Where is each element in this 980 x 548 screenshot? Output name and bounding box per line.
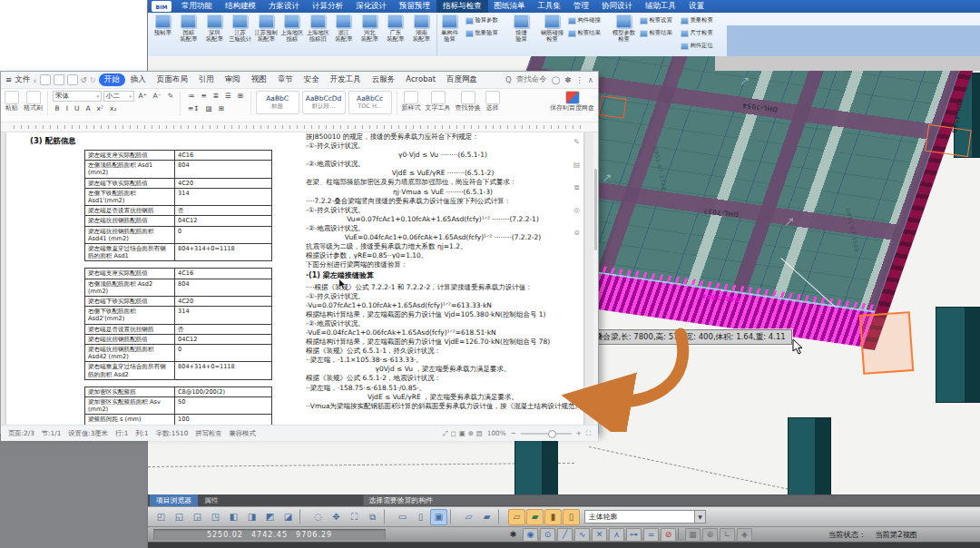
zoom-window-icon[interactable]: ⛶	[346, 509, 363, 525]
word-menu-tab[interactable]: 开始	[99, 73, 125, 86]
view-mode-icon[interactable]: ▤	[476, 429, 483, 437]
panel-tab[interactable]: 项目浏览器	[150, 494, 198, 506]
snap-angle-icon[interactable]: ⋏	[609, 528, 624, 542]
comment-icon[interactable]: ▤	[573, 161, 581, 169]
zoom-extents-icon[interactable]: ⧉	[364, 509, 381, 525]
display-mode-select[interactable]: 主体轮廓 ▼	[584, 510, 706, 524]
pan-icon[interactable]: ✥	[328, 509, 345, 525]
window-prev-icon[interactable]: ▭	[394, 509, 411, 525]
word-menu-tab[interactable]: 百度网盘	[441, 73, 483, 86]
snap-settings-gear-icon[interactable]: ✱	[505, 528, 521, 542]
preview-icon[interactable]	[67, 74, 78, 85]
snap-parallel-icon[interactable]: ≃	[643, 528, 659, 542]
shrink-font-button[interactable]: A⁻	[151, 91, 163, 102]
ribbon-tab[interactable]: 管理	[567, 0, 595, 13]
ribbon-small-button[interactable]: 批量验算	[466, 27, 506, 39]
ribbon-button[interactable]: 广东装配率	[383, 14, 409, 42]
column-3d[interactable]	[788, 417, 831, 494]
outline-icon[interactable]: ≣	[573, 183, 580, 191]
word-menu-tab[interactable]: 安全	[299, 73, 325, 86]
word-menu-tab[interactable]: Acrobat	[400, 73, 441, 86]
align-button[interactable]: ≔	[185, 91, 197, 102]
ribbon-tab[interactable]: 预留预埋	[393, 0, 436, 13]
chevron-down-icon[interactable]: ∨	[33, 77, 36, 83]
separator[interactable]	[384, 509, 391, 524]
shading-button[interactable]: ▨	[203, 103, 214, 114]
scrollbar-thumb[interactable]	[594, 169, 597, 250]
new-style-button[interactable]: 新样式	[402, 91, 421, 112]
view-mode-icon[interactable]: ⊕	[468, 429, 474, 437]
ribbon-tab[interactable]: 工具集	[532, 0, 568, 13]
align-button[interactable]: ≡	[199, 91, 209, 102]
ortho-toggle-icon[interactable]: ∟	[720, 528, 735, 542]
view-cube-sw-icon[interactable]: ◰	[152, 509, 170, 525]
view-front-icon[interactable]: ◧	[225, 509, 242, 525]
ribbon-small-button[interactable]: 尺寸检查	[681, 27, 721, 39]
ribbon-tab[interactable]: 辅助工具	[639, 0, 682, 13]
slab-display-toggle-icon[interactable]: ▱	[508, 509, 525, 525]
view-mode-icon[interactable]: ◻	[451, 429, 456, 437]
word-menu-tab[interactable]: 插入	[125, 73, 152, 86]
help-icon[interactable]: ◯	[552, 75, 561, 84]
snap-polyline-icon[interactable]: ∿	[574, 528, 590, 542]
ribbon-tab[interactable]: 常用功能	[175, 0, 219, 13]
separator[interactable]	[299, 509, 307, 524]
redo-icon[interactable]: ↻	[90, 75, 96, 84]
crosshair-toggle-icon[interactable]: ⊕	[702, 528, 718, 542]
select-button[interactable]: 选择	[485, 91, 500, 112]
ribbon-button[interactable]: 河北装配率	[357, 14, 383, 42]
ribbon-small-button[interactable]: 构件碰撞	[568, 15, 609, 26]
more-icon[interactable]: ⋮	[575, 75, 583, 84]
ribbon-small-button[interactable]: 重量检查	[681, 15, 721, 26]
ribbon-button[interactable]: 湖南装配率	[408, 14, 435, 42]
view-iso1-icon[interactable]: ◩	[261, 509, 279, 525]
find-replace-button[interactable]: 查找替换	[456, 91, 481, 112]
snap-line-icon[interactable]: ╱	[557, 528, 573, 542]
window-next-icon[interactable]: ▯	[412, 509, 429, 525]
joint-check-button[interactable]: 接缝验算	[506, 14, 537, 42]
settings-gear-icon[interactable]: ✽	[564, 75, 571, 84]
word-menu-tab[interactable]: 页面布局	[152, 73, 193, 86]
ribbon-small-button[interactable]: 构件定位	[681, 40, 721, 52]
window-tile-icon[interactable]: ▱	[460, 509, 477, 525]
menu-icon[interactable]: ≡	[5, 75, 12, 84]
ribbon-small-button[interactable]: 检查设置	[640, 15, 681, 26]
outline-display-toggle-icon[interactable]: ▯	[563, 509, 580, 525]
format-button[interactable]: U	[72, 103, 82, 114]
grow-font-button[interactable]: A⁺	[136, 91, 149, 102]
border-button[interactable]: ⊞	[216, 103, 226, 114]
grid-toggle-icon[interactable]: ▦	[685, 528, 701, 542]
snap-endpoint-icon[interactable]: ⊶	[626, 528, 642, 542]
undo-icon[interactable]: ↺	[81, 75, 87, 84]
view-iso2-icon[interactable]: ◪	[279, 509, 297, 525]
app-logo-icon[interactable]: BIM	[152, 1, 172, 12]
view-cube-ne-icon[interactable]: ◲	[189, 509, 206, 525]
ribbon-button[interactable]: 国标装配率	[176, 14, 202, 42]
format-button[interactable]: B	[53, 103, 62, 114]
separator[interactable]	[450, 509, 457, 524]
orbit-icon[interactable]: ◌	[309, 509, 327, 525]
ribbon-tab[interactable]: 计算分析	[306, 0, 349, 13]
snap-center-icon[interactable]: ⊙	[540, 528, 555, 542]
align-button[interactable]: ⊞	[235, 91, 245, 102]
clear-format-button[interactable]: ✎	[165, 91, 175, 102]
align-button[interactable]: ☰	[223, 91, 234, 102]
ribbon-tab[interactable]: 方案设计	[262, 0, 306, 13]
collapse-ribbon-icon[interactable]: ∧	[588, 75, 593, 84]
save-icon[interactable]	[40, 74, 51, 85]
word-menu-tab[interactable]: 云服务	[367, 73, 401, 86]
beam-display-toggle-icon[interactable]: ▮	[544, 509, 562, 525]
ribbon-small-button[interactable]: 检查结果	[568, 27, 609, 39]
column-3d[interactable]	[936, 307, 980, 403]
eraser-toggle-icon[interactable]: ▰	[526, 509, 544, 525]
text-tool-button[interactable]: 文字工具	[426, 91, 451, 112]
chevron-down-icon[interactable]: ▼	[695, 510, 706, 524]
view-cube-nw-icon[interactable]: ◳	[207, 509, 224, 525]
zoom-out-button[interactable]: −	[511, 429, 516, 437]
snap-off-icon[interactable]: ⊘	[661, 528, 676, 542]
font-name-select[interactable]: 宋体▾	[53, 91, 102, 102]
ribbon-tab[interactable]: 指标与检查	[436, 0, 488, 13]
horizontal-ruler[interactable]	[1, 122, 598, 132]
search-icon[interactable]: Q	[505, 75, 512, 84]
format-button[interactable]: I	[64, 103, 70, 114]
